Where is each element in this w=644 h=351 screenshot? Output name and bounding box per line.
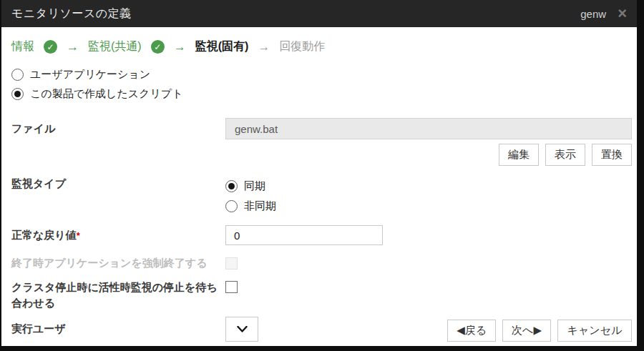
exec-user-select[interactable] (225, 317, 258, 342)
force-kill-row: 終了時アプリケーションを強制終了する (11, 257, 632, 270)
required-asterisk: * (77, 230, 80, 241)
edit-button[interactable]: 編集 (499, 144, 539, 166)
wait-stop-checkbox[interactable] (225, 281, 238, 293)
monitor-type-options: 同期 非同期 (225, 176, 276, 216)
step-info[interactable]: 情報 (11, 39, 34, 54)
view-button[interactable]: 表示 (545, 144, 585, 166)
step-monitor-special: 監視(固有) (195, 39, 249, 54)
normal-return-label: 正常な戻り値* (11, 229, 225, 242)
close-icon[interactable]: × (618, 6, 627, 21)
radio-label: 同期 (244, 179, 265, 193)
next-button[interactable]: 次へ▶ (502, 320, 551, 342)
radio-synchronous[interactable]: 同期 (225, 176, 276, 196)
step-recovery-action: 回復動作 (279, 39, 325, 54)
dialog-titlebar: モニタリソースの定義 genw × (1, 0, 637, 27)
radio-icon[interactable] (225, 200, 238, 212)
radio-asynchronous[interactable]: 非同期 (225, 196, 276, 216)
script-type-group: ユーザアプリケーション この製品で作成したスクリプト (11, 65, 632, 104)
radio-label: ユーザアプリケーション (30, 68, 150, 81)
wizard-steps: 情報 ✓ → 監視(共通) ✓ → 監視(固有) → 回復動作 (11, 39, 632, 54)
dialog-content: 情報 ✓ → 監視(共通) ✓ → 監視(固有) → 回復動作 ユーザアプリケー… (1, 39, 637, 342)
file-button-row: 編集 表示 置換 (11, 144, 632, 166)
back-button[interactable]: ◀戻る (447, 320, 496, 342)
monitor-resource-dialog: モニタリソースの定義 genw × 情報 ✓ → 監視(共通) ✓ → 監視(固… (1, 0, 637, 346)
radio-user-application[interactable]: ユーザアプリケーション (11, 65, 632, 84)
replace-button[interactable]: 置換 (592, 144, 632, 166)
radio-icon[interactable] (11, 69, 24, 81)
resource-name-label: genw (580, 8, 606, 20)
arrow-right-icon: → (258, 40, 270, 54)
cancel-button[interactable]: キャンセル (557, 320, 632, 342)
step-monitor-common[interactable]: 監視(共通) (88, 39, 142, 54)
radio-icon[interactable] (225, 180, 238, 192)
check-circle-icon: ✓ (44, 40, 57, 54)
monitor-type-row: 監視タイプ 同期 非同期 (11, 176, 632, 216)
force-kill-checkbox (225, 257, 238, 270)
force-kill-label: 終了時アプリケーションを強制終了する (11, 257, 225, 270)
radio-label: 非同期 (244, 199, 276, 213)
monitor-type-label: 監視タイプ (11, 176, 225, 191)
normal-return-row: 正常な戻り値* (11, 225, 632, 245)
chevron-down-icon (237, 326, 248, 332)
wait-stop-row: クラスタ停止時に活性時監視の停止を待ち合わせる (11, 280, 632, 311)
file-label: ファイル (11, 122, 225, 136)
file-row: ファイル (11, 118, 632, 139)
dialog-title: モニタリソースの定義 (11, 6, 132, 21)
check-circle-icon: ✓ (151, 40, 165, 54)
radio-label: この製品で作成したスクリプト (30, 87, 183, 101)
file-input (225, 118, 632, 139)
radio-script-created[interactable]: この製品で作成したスクリプト (11, 84, 632, 104)
arrow-right-icon: → (67, 40, 79, 54)
normal-return-input[interactable] (225, 225, 383, 245)
exec-user-label: 実行ユーザ (11, 322, 225, 336)
arrow-right-icon: → (174, 40, 186, 54)
wait-stop-label: クラスタ停止時に活性時監視の停止を待ち合わせる (11, 280, 225, 311)
normal-return-label-text: 正常な戻り値 (11, 229, 77, 241)
radio-icon[interactable] (11, 88, 24, 100)
footer-button-row: ◀戻る 次へ▶ キャンセル (447, 320, 632, 342)
